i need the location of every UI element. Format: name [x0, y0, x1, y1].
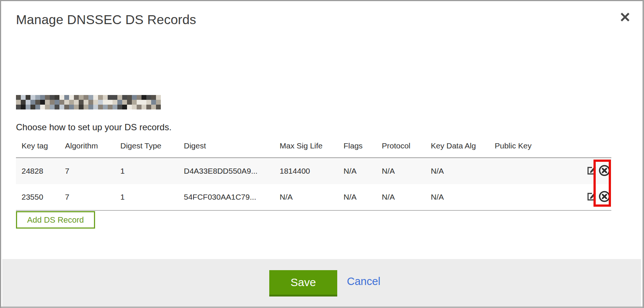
cell-key-data-alg: N/A: [431, 158, 495, 184]
column-header: Digest Type: [120, 138, 184, 158]
row-actions: [575, 184, 611, 210]
ds-record-row: 235507154FCF030AA1C79...N/AN/AN/AN/A: [16, 184, 611, 210]
close-icon[interactable]: [618, 11, 632, 24]
save-button[interactable]: Save: [269, 270, 337, 296]
add-ds-record-button[interactable]: Add DS Record: [16, 211, 95, 229]
cell-key-tag: 23550: [16, 184, 65, 210]
close-x-glyph: [619, 12, 631, 23]
column-header: Key tag: [16, 138, 65, 158]
table-header: Key tagAlgorithmDigest TypeDigestMax Sig…: [16, 138, 611, 158]
edit-record-button[interactable]: [585, 165, 598, 177]
cell-digest: D4A33E8DD550A9...: [184, 158, 280, 184]
cell-digest-type: 1: [120, 158, 184, 184]
delete-record-button[interactable]: [598, 190, 611, 204]
redacted-domain-name: [16, 95, 161, 109]
dialog-title: Manage DNSSEC DS Records: [16, 12, 196, 27]
frame-bottom-border: [1, 307, 643, 308]
column-header: Protocol: [382, 138, 431, 158]
column-header: Public Key: [495, 138, 575, 158]
edit-icon: [586, 191, 597, 202]
cell-digest-type: 1: [120, 184, 184, 210]
ds-records-instruction: Choose how to set up your DS records.: [16, 122, 172, 132]
delete-icon: [598, 164, 611, 177]
row-actions: [575, 158, 611, 184]
column-header-actions: [575, 138, 611, 158]
cell-protocol: N/A: [382, 184, 431, 210]
edit-icon: [586, 165, 597, 176]
column-header: Key Data Alg: [431, 138, 495, 158]
cell-max-sig-life: 1814400: [280, 158, 344, 184]
cancel-button[interactable]: Cancel: [347, 275, 380, 288]
edit-record-button[interactable]: [585, 191, 598, 203]
cell-digest: 54FCF030AA1C79...: [184, 184, 280, 210]
column-header: Algorithm: [65, 138, 120, 158]
column-header: Max Sig Life: [280, 138, 344, 158]
dnssec-dialog: Manage DNSSEC DS Records Choose how to s…: [0, 0, 644, 308]
dialog-footer: Save Cancel: [2, 259, 641, 307]
column-header: Flags: [344, 138, 382, 158]
ds-records-table: Key tagAlgorithmDigest TypeDigestMax Sig…: [16, 138, 611, 211]
cell-key-tag: 24828: [16, 158, 65, 184]
cell-public-key: [495, 184, 575, 210]
cell-public-key: [495, 158, 575, 184]
column-header: Digest: [184, 138, 280, 158]
cell-flags: N/A: [344, 158, 382, 184]
cell-max-sig-life: N/A: [280, 184, 344, 210]
ds-record-row: 2482871D4A33E8DD550A9...1814400N/AN/AN/A: [16, 158, 611, 184]
delete-record-button[interactable]: [598, 164, 611, 178]
cell-key-data-alg: N/A: [431, 184, 495, 210]
cell-algorithm: 7: [65, 158, 120, 184]
delete-icon: [598, 190, 611, 203]
cell-algorithm: 7: [65, 184, 120, 210]
cell-flags: N/A: [344, 184, 382, 210]
cell-protocol: N/A: [382, 158, 431, 184]
